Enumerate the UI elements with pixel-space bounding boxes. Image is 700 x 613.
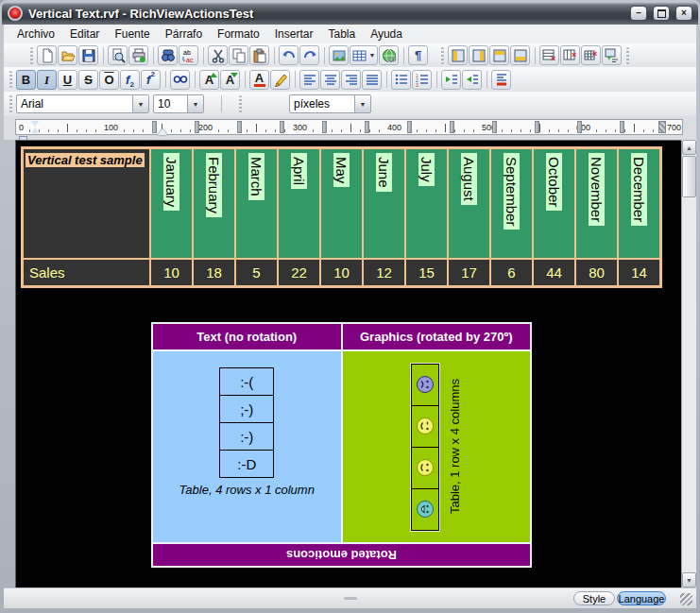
column-marker[interactable] — [322, 121, 327, 133]
column-marker[interactable] — [280, 121, 284, 133]
table2-cell-graphics[interactable]: Table, 1 row x 4 columns — [343, 351, 531, 542]
align-left-button[interactable] — [299, 70, 319, 90]
hyperlink-style-button[interactable] — [170, 70, 190, 90]
table2-header-left[interactable]: Text (no rotation) — [153, 324, 341, 349]
insert-image-button[interactable] — [329, 45, 349, 65]
delete-rows-button[interactable]: × — [539, 45, 559, 65]
table-cell-value[interactable]: 14 — [619, 260, 659, 285]
show-paragraph-marks-button[interactable]: ¶ — [408, 45, 428, 65]
insert-row-below-button[interactable] — [510, 45, 530, 65]
table-cell-month[interactable]: March — [236, 149, 277, 258]
app-icon[interactable] — [8, 6, 23, 21]
table-cell-value[interactable]: 15 — [406, 260, 447, 285]
table-cell-month[interactable]: January — [151, 149, 192, 258]
minimize-button[interactable]: – — [630, 6, 647, 21]
table-cell-value[interactable]: 6 — [491, 260, 532, 285]
menu-fuente[interactable]: Fuente — [107, 26, 157, 43]
replace-button[interactable]: abac — [179, 45, 198, 65]
column-marker[interactable] — [237, 121, 242, 133]
vertical-scrollbar[interactable]: ▲ ▼ — [681, 140, 696, 587]
align-justify-button[interactable] — [362, 70, 382, 90]
align-right-button[interactable] — [341, 70, 361, 90]
sales-row-label[interactable]: Sales — [24, 260, 149, 285]
table-cell-value[interactable]: 10 — [321, 260, 362, 285]
shrink-font-button[interactable]: A — [220, 70, 240, 90]
menu-archivo[interactable]: Archivo — [9, 26, 62, 43]
column-marker[interactable] — [450, 121, 454, 133]
menu-parrafo[interactable]: Párrafo — [158, 26, 210, 43]
units-combo[interactable]: píxeles ▼ — [289, 94, 371, 113]
table-cell-month[interactable]: May — [321, 149, 362, 258]
emoticon-graphic-cell[interactable] — [411, 405, 439, 448]
splitter-handle[interactable] — [344, 597, 357, 600]
column-marker[interactable] — [535, 121, 539, 133]
align-center-button[interactable] — [320, 70, 340, 90]
menu-ayuda[interactable]: Ayuda — [363, 26, 410, 43]
cut-button[interactable] — [208, 45, 228, 65]
close-button[interactable]: × — [675, 6, 692, 21]
indent-marker[interactable] — [31, 121, 40, 133]
find-button[interactable] — [158, 45, 178, 65]
column-marker[interactable] — [577, 121, 582, 133]
insert-column-right-button[interactable] — [469, 45, 488, 65]
toolbar-grip[interactable] — [9, 95, 12, 112]
toolbar-grip[interactable] — [239, 95, 242, 112]
table-cell-month[interactable]: October — [534, 149, 574, 258]
print-preview-button[interactable] — [108, 45, 128, 65]
table-cell-month[interactable]: December — [619, 149, 659, 258]
paste-button[interactable] — [249, 45, 269, 65]
table-cell-header[interactable]: Vertical test sample — [24, 149, 149, 258]
column-marker[interactable] — [620, 121, 624, 133]
menu-editar[interactable]: Editar — [62, 26, 107, 43]
highlight-button[interactable] — [270, 70, 290, 90]
table-cell-value[interactable]: 17 — [449, 260, 489, 285]
chevron-down-icon[interactable]: ▼ — [187, 95, 203, 112]
font-color-button[interactable]: A — [249, 70, 269, 90]
column-marker[interactable] — [492, 121, 497, 133]
italic-button[interactable]: I — [37, 70, 57, 90]
strikethrough-button[interactable]: S — [78, 70, 98, 90]
chevron-down-icon[interactable]: ▼ — [354, 95, 370, 112]
table-cell-value[interactable]: 18 — [194, 260, 234, 285]
table-cell-month[interactable]: August — [449, 149, 489, 258]
table-cell-month[interactable]: September — [491, 149, 532, 258]
delete-table-button[interactable]: × — [581, 45, 601, 65]
underline-button[interactable]: U — [58, 70, 77, 90]
superscript-button[interactable]: f2 — [141, 70, 161, 90]
column-marker[interactable] — [195, 121, 199, 133]
undo-button[interactable] — [279, 45, 299, 65]
menu-tabla[interactable]: Tabla — [320, 26, 363, 43]
insert-table-button[interactable]: ▼ — [350, 45, 378, 65]
delete-columns-button[interactable]: × — [560, 45, 580, 65]
menu-insertar[interactable]: Insertar — [267, 26, 321, 43]
scrollbar-thumb[interactable] — [682, 156, 696, 197]
toolbar-grip[interactable] — [30, 47, 33, 64]
column-marker[interactable] — [365, 121, 369, 133]
insert-hyperlink-button[interactable] — [379, 45, 399, 65]
table-cell-value[interactable]: 80 — [576, 260, 617, 285]
table-edge-marker[interactable] — [658, 121, 666, 133]
maximize-button[interactable] — [653, 6, 670, 21]
new-document-button[interactable] — [37, 45, 57, 65]
table-cell-value[interactable]: 22 — [279, 260, 319, 285]
grow-font-button[interactable]: A — [199, 70, 219, 90]
insert-column-left-button[interactable] — [448, 45, 468, 65]
select-table-button[interactable] — [602, 45, 622, 65]
overline-button[interactable]: O — [99, 70, 119, 90]
paragraph-color-button[interactable] — [491, 70, 511, 90]
emoticon-graphic-cell[interactable] — [411, 488, 439, 531]
emoticon-text-cell[interactable]: :-D — [220, 450, 273, 477]
column-marker[interactable] — [407, 121, 412, 133]
title-bar[interactable]: Vertical Text.rvf - RichViewActionsTest … — [2, 2, 698, 25]
table-cell-value[interactable]: 5 — [236, 260, 277, 285]
emoticon-text-cell[interactable]: :-) — [220, 422, 273, 450]
save-button[interactable] — [78, 45, 98, 65]
insert-row-above-button[interactable] — [489, 45, 509, 65]
chevron-down-icon[interactable]: ▼ — [132, 95, 148, 112]
text-emoticons-table[interactable]: :-( ;-) :-) :-D — [219, 367, 274, 478]
font-size-combo[interactable]: 10 ▼ — [153, 94, 204, 113]
document-canvas[interactable]: Vertical test sample January February Ma… — [15, 140, 681, 587]
font-name-combo[interactable]: Arial ▼ — [16, 94, 149, 113]
toolbar-grip[interactable] — [9, 71, 12, 88]
table-cell-month[interactable]: June — [364, 149, 404, 258]
